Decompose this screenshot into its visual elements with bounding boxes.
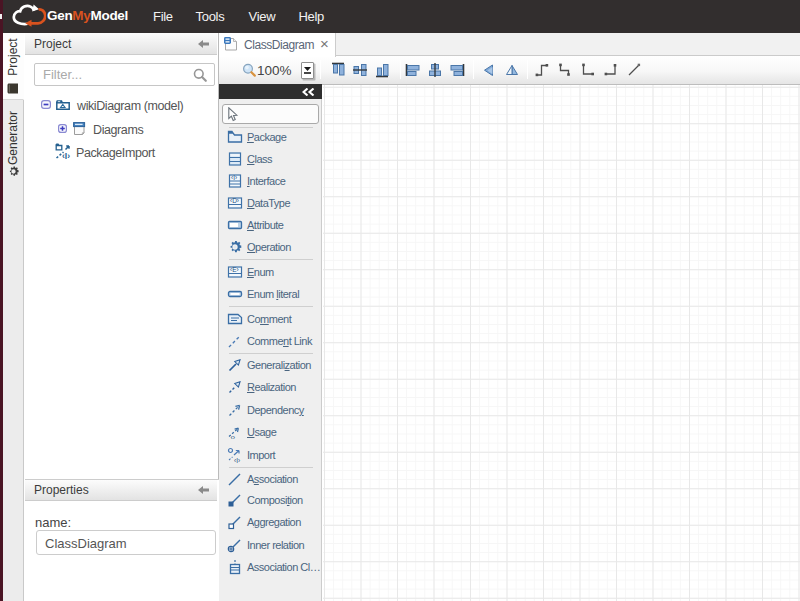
- svg-text:‹E›: ‹E›: [230, 266, 239, 273]
- svg-text:‹I›: ‹I›: [62, 151, 70, 160]
- svg-text:‹›: ‹›: [231, 434, 236, 441]
- svg-text:‹D›: ‹D›: [230, 197, 239, 204]
- svg-text:‹I›: ‹I›: [231, 174, 237, 181]
- svg-text:‹I›: ‹I›: [234, 457, 240, 464]
